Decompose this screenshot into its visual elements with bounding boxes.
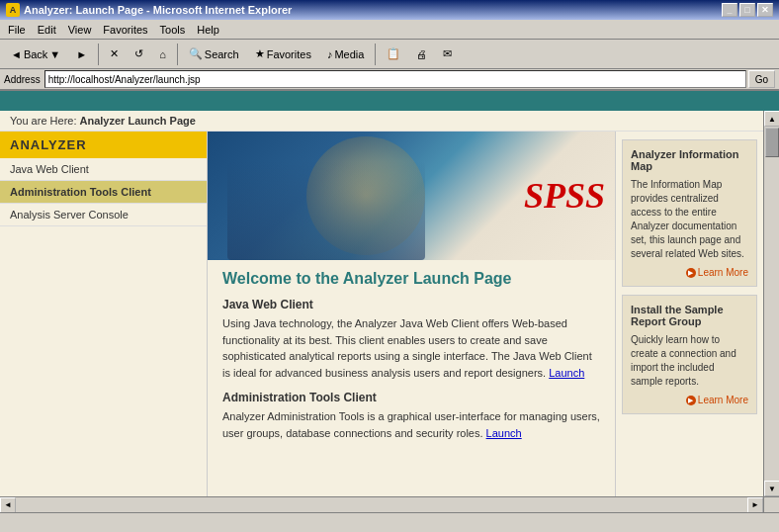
history-icon: 📋 <box>387 47 400 60</box>
media-label: Media <box>334 48 364 60</box>
history-button[interactable]: 📋 <box>380 43 407 66</box>
vertical-scrollbar[interactable]: ▲ ▼ <box>763 111 779 496</box>
search-icon: 🔍 <box>189 47 203 60</box>
menu-view[interactable]: View <box>62 22 98 38</box>
banner-bg-overlay <box>227 161 425 260</box>
back-icon: ◄ <box>11 48 22 60</box>
right-sidebar: Analyzer Information Map The Information… <box>615 132 763 496</box>
main-layout: ANALYZER Java Web Client Administration … <box>0 132 763 496</box>
forward-button[interactable]: ► <box>69 43 94 66</box>
sidebar-header: ANALYZER <box>0 132 207 158</box>
back-dropdown-icon: ▼ <box>49 48 60 60</box>
stop-icon: ✕ <box>110 47 119 60</box>
scroll-down-button[interactable]: ▼ <box>764 481 779 496</box>
print-button[interactable]: 🖨 <box>409 43 434 66</box>
scroll-right-button[interactable]: ► <box>747 497 763 513</box>
scroll-track <box>764 127 779 481</box>
titlebar-controls: _ □ ✕ <box>722 3 773 17</box>
search-label: Search <box>205 48 239 60</box>
home-button[interactable]: ⌂ <box>152 43 173 66</box>
mail-icon: ✉ <box>443 47 452 60</box>
mail-button[interactable]: ✉ <box>436 43 459 66</box>
print-icon: 🖨 <box>416 48 427 60</box>
breadcrumb: You are Here: Analyzer Launch Page <box>0 111 763 132</box>
menu-help[interactable]: Help <box>191 22 225 38</box>
search-button[interactable]: 🔍 Search <box>182 43 246 66</box>
section-java-title: Java Web Client <box>222 298 600 311</box>
sidebar-item-admin-tools[interactable]: Administration Tools Client <box>0 181 207 204</box>
right-panel-sample: Install the Sample Report Group Quickly … <box>622 295 757 414</box>
separator-3 <box>375 44 376 65</box>
refresh-button[interactable]: ↺ <box>128 43 150 66</box>
learn-more-icon-2: ▶ <box>686 396 696 405</box>
separator-2 <box>177 44 178 65</box>
favorites-label: Favorites <box>267 48 311 60</box>
left-sidebar: ANALYZER Java Web Client Administration … <box>0 132 208 496</box>
menu-tools[interactable]: Tools <box>154 22 192 38</box>
app-icon: A <box>6 3 20 17</box>
content-body: Welcome to the Analyzer Launch Page Java… <box>208 260 615 457</box>
media-icon: ♪ <box>327 48 333 60</box>
separator-1 <box>98 44 99 65</box>
section-admin-title: Administration Tools Client <box>222 391 600 404</box>
favorites-icon: ★ <box>255 47 265 60</box>
banner-image: SPSS <box>208 132 615 260</box>
menu-edit[interactable]: Edit <box>32 22 62 38</box>
titlebar: A Analyzer: Launch Page - Microsoft Inte… <box>0 0 779 20</box>
admin-launch-link[interactable]: Launch <box>486 427 522 439</box>
top-teal-bar <box>0 91 779 111</box>
right-panel-info-text: The Information Map provides centralized… <box>631 178 748 261</box>
scrollbar-corner <box>763 496 779 512</box>
menu-file[interactable]: File <box>2 22 32 38</box>
center-content: SPSS Welcome to the Analyzer Launch Page… <box>208 132 615 496</box>
sidebar-item-java-web-client[interactable]: Java Web Client <box>0 158 207 181</box>
page-area: You are Here: Analyzer Launch Page ANALY… <box>0 111 779 496</box>
section-java-text: Using Java technology, the Analyzer Java… <box>222 315 600 381</box>
banner-spss-logo: SPSS <box>524 175 605 217</box>
media-button[interactable]: ♪ Media <box>320 43 371 66</box>
scroll-thumb[interactable] <box>765 128 779 157</box>
scroll-up-button[interactable]: ▲ <box>764 111 779 127</box>
refresh-icon: ↺ <box>134 47 143 60</box>
minimize-button[interactable]: _ <box>722 3 737 17</box>
breadcrumb-prefix: You are Here: <box>10 115 80 127</box>
horizontal-scrollbar-area: ◄ ► <box>0 496 779 512</box>
learn-more-link-2[interactable]: ▶ Learn More <box>631 395 748 405</box>
learn-more-link-1[interactable]: ▶ Learn More <box>631 267 748 278</box>
sidebar-item-analysis-server[interactable]: Analysis Server Console <box>0 204 207 226</box>
address-input[interactable] <box>44 70 746 88</box>
java-launch-link[interactable]: Launch <box>549 367 584 379</box>
favorites-button[interactable]: ★ Favorites <box>248 43 318 66</box>
stop-button[interactable]: ✕ <box>103 43 126 66</box>
toolbar: ◄ Back ▼ ► ✕ ↺ ⌂ 🔍 Search ★ Favorites ♪ … <box>0 40 779 69</box>
learn-more-label-2: Learn More <box>698 395 748 405</box>
right-panel-sample-text: Quickly learn how to create a connection… <box>631 333 748 389</box>
section-admin-text: Analyzer Administration Tools is a graph… <box>222 408 600 441</box>
maximize-button[interactable]: □ <box>739 3 755 17</box>
welcome-title: Welcome to the Analyzer Launch Page <box>222 270 600 288</box>
home-icon: ⌂ <box>159 48 166 60</box>
close-button[interactable]: ✕ <box>757 3 773 17</box>
menubar: File Edit View Favorites Tools Help <box>0 20 779 40</box>
horizontal-scrollbar[interactable]: ◄ ► <box>0 496 763 512</box>
go-button[interactable]: Go <box>748 70 775 88</box>
status-bar <box>0 512 779 532</box>
right-panel-info-map: Analyzer Information Map The Information… <box>622 139 757 287</box>
menu-favorites[interactable]: Favorites <box>97 22 153 38</box>
back-button[interactable]: ◄ Back ▼ <box>4 43 67 66</box>
address-bar: Address Go <box>0 69 779 91</box>
learn-more-label-1: Learn More <box>698 267 748 278</box>
learn-more-icon-1: ▶ <box>686 268 696 278</box>
right-panel-sample-title: Install the Sample Report Group <box>631 304 748 327</box>
back-label: Back <box>24 48 47 60</box>
breadcrumb-current: Analyzer Launch Page <box>80 115 196 127</box>
forward-icon: ► <box>76 48 87 60</box>
address-label: Address <box>4 74 41 85</box>
page-content: You are Here: Analyzer Launch Page ANALY… <box>0 111 763 496</box>
browser-content: You are Here: Analyzer Launch Page ANALY… <box>0 91 779 532</box>
window-title: Analyzer: Launch Page - Microsoft Intern… <box>24 4 292 16</box>
titlebar-left: A Analyzer: Launch Page - Microsoft Inte… <box>6 3 292 17</box>
scroll-left-button[interactable]: ◄ <box>0 497 16 513</box>
right-panel-info-title: Analyzer Information Map <box>631 148 748 172</box>
